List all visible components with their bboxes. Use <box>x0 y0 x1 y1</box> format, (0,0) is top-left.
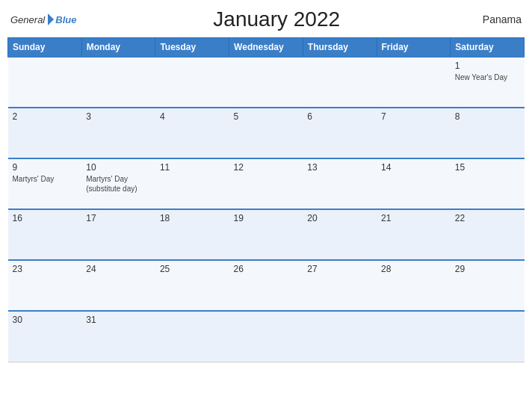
header-thursday: Thursday <box>303 38 377 58</box>
day-number: 22 <box>455 213 520 223</box>
logo-general: General <box>10 14 45 25</box>
holiday-label: New Year's Day <box>455 72 520 82</box>
day-cell: 8 <box>451 108 525 158</box>
day-number: 5 <box>234 111 299 122</box>
week-row-1: 1New Year's Day <box>8 57 525 108</box>
day-cell: 14 <box>377 158 451 209</box>
day-cell: 9Martyrs' Day <box>8 158 82 209</box>
day-number: 30 <box>13 315 78 325</box>
day-number: 28 <box>381 264 446 274</box>
day-number: 17 <box>86 213 151 223</box>
calendar-container: General Blue January 2022 Panama Sunday … <box>0 0 532 411</box>
day-number: 24 <box>86 264 151 274</box>
day-number: 29 <box>455 264 520 274</box>
day-cell: 28 <box>377 260 451 311</box>
day-number: 12 <box>234 162 299 173</box>
day-cell: 12 <box>229 158 303 209</box>
holiday-label: Martyrs' Day <box>13 174 78 184</box>
day-cell: 25 <box>155 260 229 311</box>
day-cell <box>8 57 82 108</box>
day-number: 4 <box>160 111 225 122</box>
day-cell: 4 <box>155 108 229 158</box>
weekday-header-row: Sunday Monday Tuesday Wednesday Thursday… <box>8 38 525 58</box>
day-cell: 2 <box>8 108 82 158</box>
header-sunday: Sunday <box>8 38 82 58</box>
logo: General Blue <box>10 13 76 25</box>
day-number: 20 <box>307 213 372 223</box>
day-number: 14 <box>381 162 446 173</box>
day-cell: 20 <box>303 209 377 260</box>
day-number: 19 <box>234 213 299 223</box>
day-number: 23 <box>13 264 78 274</box>
day-cell <box>303 311 377 362</box>
logo-blue: Blue <box>55 14 76 25</box>
calendar-table: Sunday Monday Tuesday Wednesday Thursday… <box>7 37 525 362</box>
day-cell: 23 <box>8 260 82 311</box>
day-number: 16 <box>13 213 78 223</box>
day-number: 8 <box>455 111 520 122</box>
day-number: 18 <box>160 213 225 223</box>
week-row-3: 9Martyrs' Day10Martyrs' Day(substitute d… <box>8 158 525 209</box>
day-number: 21 <box>381 213 446 223</box>
header-wednesday: Wednesday <box>229 38 303 58</box>
calendar-header: General Blue January 2022 Panama <box>7 7 525 31</box>
day-cell <box>377 311 451 362</box>
day-cell: 1New Year's Day <box>451 57 525 108</box>
day-number: 25 <box>160 264 225 274</box>
day-cell: 22 <box>451 209 525 260</box>
day-cell <box>377 57 451 108</box>
day-cell: 13 <box>303 158 377 209</box>
day-cell <box>229 57 303 108</box>
day-cell: 21 <box>377 209 451 260</box>
day-cell <box>155 57 229 108</box>
day-cell <box>229 311 303 362</box>
day-number: 27 <box>307 264 372 274</box>
day-number: 15 <box>455 162 520 173</box>
day-cell: 6 <box>303 108 377 158</box>
day-number: 31 <box>86 315 151 325</box>
day-cell: 18 <box>155 209 229 260</box>
header-friday: Friday <box>377 38 451 58</box>
day-cell: 3 <box>81 108 155 158</box>
week-row-6: 3031 <box>8 311 525 362</box>
header-saturday: Saturday <box>451 38 525 58</box>
day-number: 3 <box>86 111 151 122</box>
day-cell: 27 <box>303 260 377 311</box>
day-cell: 11 <box>155 158 229 209</box>
day-number: 26 <box>234 264 299 274</box>
holiday-label: Martyrs' Day <box>86 174 151 184</box>
day-cell: 17 <box>81 209 155 260</box>
day-cell: 29 <box>451 260 525 311</box>
day-number: 9 <box>13 162 78 173</box>
day-cell: 16 <box>8 209 82 260</box>
country-label: Panama <box>477 13 522 25</box>
day-cell: 10Martyrs' Day(substitute day) <box>81 158 155 209</box>
day-number: 11 <box>160 162 225 173</box>
day-cell <box>451 311 525 362</box>
day-cell <box>81 57 155 108</box>
logo-triangle-icon <box>48 13 54 25</box>
day-cell: 26 <box>229 260 303 311</box>
day-number: 10 <box>86 162 151 173</box>
day-cell: 15 <box>451 158 525 209</box>
week-row-5: 23242526272829 <box>8 260 525 311</box>
day-cell: 5 <box>229 108 303 158</box>
day-cell <box>303 57 377 108</box>
day-cell: 24 <box>81 260 155 311</box>
day-cell: 30 <box>8 311 82 362</box>
week-row-4: 16171819202122 <box>8 209 525 260</box>
week-row-2: 2345678 <box>8 108 525 158</box>
day-number: 7 <box>381 111 446 122</box>
day-number: 6 <box>307 111 372 122</box>
holiday-label: (substitute day) <box>86 184 151 194</box>
header-monday: Monday <box>81 38 155 58</box>
header-tuesday: Tuesday <box>155 38 229 58</box>
day-cell: 31 <box>81 311 155 362</box>
day-cell: 19 <box>229 209 303 260</box>
day-number: 2 <box>13 111 78 122</box>
month-title: January 2022 <box>76 7 477 31</box>
day-cell <box>155 311 229 362</box>
day-number: 13 <box>307 162 372 173</box>
day-number: 1 <box>455 61 520 71</box>
day-cell: 7 <box>377 108 451 158</box>
